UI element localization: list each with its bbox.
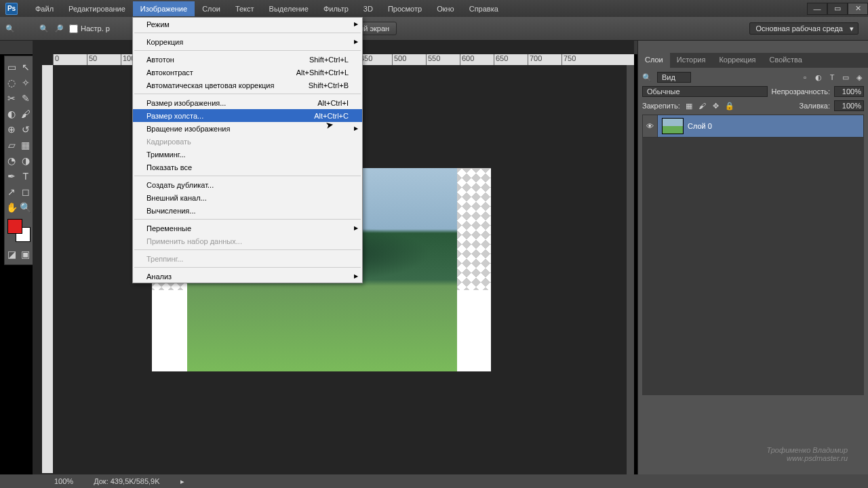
- maximize-button[interactable]: ▭: [827, 3, 848, 15]
- menu-редактирование[interactable]: Редактирование: [61, 1, 133, 16]
- resize-checkbox[interactable]: Настр. р: [69, 24, 110, 33]
- crop-tool[interactable]: ✂: [5, 90, 19, 106]
- move-tool[interactable]: ▭: [5, 59, 19, 75]
- layer-thumbnail[interactable]: [662, 118, 684, 134]
- menu-separator: [134, 94, 361, 94]
- filter-shape-icon[interactable]: ▭: [841, 73, 850, 82]
- ruler-tick: 450: [358, 54, 392, 65]
- zoom-level[interactable]: 100%: [54, 477, 73, 485]
- right-panel-group: СлоиИсторияКоррекцияСвойства 🔍 Вид ▫ ◐ T…: [637, 41, 868, 474]
- submenu-arrow-icon: ▶: [354, 39, 358, 45]
- path-tool[interactable]: ↗: [5, 184, 19, 199]
- menu-item-label: Показать все: [146, 163, 192, 171]
- opacity-input[interactable]: 100%: [834, 86, 864, 97]
- ruler-tick: 600: [460, 54, 494, 65]
- lasso-tool[interactable]: ◌: [5, 75, 19, 90]
- history-brush[interactable]: ↺: [19, 121, 33, 137]
- filter-type-icon[interactable]: T: [827, 73, 837, 82]
- panel-tab-0[interactable]: Слои: [638, 53, 670, 68]
- filter-smart-icon[interactable]: ◈: [854, 73, 864, 82]
- app-logo: Ps: [5, 3, 18, 15]
- menu-item-label: Коррекция: [146, 38, 183, 46]
- zoom-out-icon[interactable]: 🔎: [54, 24, 64, 33]
- menu-item-размеризображения[interactable]: Размер изображения...Alt+Ctrl+I: [133, 96, 362, 109]
- layer-row[interactable]: 👁 Слой 0: [642, 115, 864, 138]
- menu-item-автоконтраст[interactable]: АвтоконтрастAlt+Shift+Ctrl+L: [133, 66, 362, 79]
- status-bar: 100% Док: 439,5K/585,9K ▸: [0, 474, 868, 488]
- status-arrow-icon[interactable]: ▸: [180, 477, 184, 486]
- heal-tool[interactable]: ◐: [5, 106, 19, 121]
- eraser-tool[interactable]: ▱: [5, 137, 19, 152]
- panel-tab-2[interactable]: Коррекция: [712, 53, 762, 68]
- panel-tabs: СлоиИсторияКоррекцияСвойства: [638, 53, 868, 68]
- menu-item-создатьдубликат[interactable]: Создать дубликат...: [133, 178, 362, 191]
- opacity-label: Непрозрачность:: [772, 87, 830, 96]
- type-tool[interactable]: T: [19, 168, 33, 184]
- panel-tab-1[interactable]: История: [670, 53, 713, 68]
- blend-mode-dropdown[interactable]: Обычные: [642, 86, 768, 97]
- stamp-tool[interactable]: ⊕: [5, 121, 19, 137]
- menu-текст[interactable]: Текст: [228, 1, 262, 16]
- minimize-button[interactable]: —: [807, 3, 827, 15]
- menu-item-режим[interactable]: Режим▶: [133, 18, 362, 30]
- fill-input[interactable]: 100%: [834, 100, 864, 111]
- lock-transparent-icon[interactable]: ▦: [684, 101, 694, 110]
- menu-item-label: Кадрировать: [146, 138, 191, 146]
- resize-checkbox-input[interactable]: [69, 24, 78, 33]
- ruler-vertical: [42, 65, 53, 473]
- menu-изображение[interactable]: Изображение: [133, 1, 195, 16]
- eyedropper-tool[interactable]: ✎: [19, 90, 33, 106]
- hand-tool[interactable]: ✋: [5, 199, 19, 215]
- menu-item-коррекция[interactable]: Коррекция▶: [133, 35, 362, 48]
- close-button[interactable]: ✕: [848, 3, 868, 15]
- quickmask-tool[interactable]: ◪: [5, 246, 19, 262]
- blur-tool[interactable]: ◔: [5, 152, 19, 168]
- visibility-icon[interactable]: 👁: [643, 115, 658, 137]
- menu-item-автотон[interactable]: АвтотонShift+Ctrl+L: [133, 53, 362, 66]
- zoom-tool-icon: 🔍: [5, 24, 15, 33]
- menu-item-label: Автоматическая цветовая коррекция: [146, 81, 274, 89]
- titlebar: Ps ФайлРедактированиеИзображениеСлоиТекс…: [0, 0, 868, 17]
- workspace-dropdown[interactable]: Основная рабочая среда ▾: [749, 22, 859, 35]
- lock-paint-icon[interactable]: 🖌: [698, 101, 707, 110]
- layer-filter-type[interactable]: Вид: [657, 72, 691, 83]
- lock-move-icon[interactable]: ✥: [711, 101, 721, 110]
- menu-item-вычисления[interactable]: Вычисления...: [133, 204, 362, 217]
- wand-tool[interactable]: ✧: [19, 75, 33, 90]
- select-tool[interactable]: ↖: [19, 59, 33, 75]
- pen-tool[interactable]: ✒: [5, 168, 19, 184]
- filter-image-icon[interactable]: ▫: [800, 73, 810, 82]
- menu-item-применитьнаборданных: Применить набор данных...: [133, 235, 362, 247]
- filter-adjust-icon[interactable]: ◐: [814, 73, 823, 82]
- dodge-tool[interactable]: ◑: [19, 152, 33, 168]
- shape-tool[interactable]: ◻: [19, 184, 33, 199]
- layer-name[interactable]: Слой 0: [688, 122, 712, 130]
- foreground-color[interactable]: [7, 219, 22, 234]
- menu-слои[interactable]: Слои: [195, 1, 228, 16]
- menu-файл[interactable]: Файл: [28, 1, 61, 16]
- menu-item-тримминг[interactable]: Тримминг...: [133, 148, 362, 161]
- panel-tab-3[interactable]: Свойства: [763, 53, 809, 68]
- cursor-icon: ➤: [325, 119, 335, 131]
- lock-all-icon[interactable]: 🔒: [725, 101, 734, 110]
- menu-separator: [134, 50, 361, 51]
- color-swatches[interactable]: [7, 219, 31, 242]
- screenmode-tool[interactable]: ▣: [19, 246, 33, 262]
- zoom-tool[interactable]: 🔍: [19, 199, 33, 215]
- brush-tool[interactable]: 🖌: [19, 106, 33, 121]
- menu-окно[interactable]: Окно: [429, 1, 462, 16]
- gradient-tool[interactable]: ▦: [19, 137, 33, 152]
- menu-item-анализ[interactable]: Анализ▶: [133, 270, 362, 283]
- collapsed-panel-strip[interactable]: [626, 54, 634, 474]
- menu-item-показатьвсе[interactable]: Показать все: [133, 161, 362, 174]
- menu-выделение[interactable]: Выделение: [262, 1, 316, 16]
- menu-item-автоматическаяцветоваякоррекция[interactable]: Автоматическая цветовая коррекцияShift+C…: [133, 79, 362, 92]
- menu-item-внешнийканал[interactable]: Внешний канал...: [133, 191, 362, 204]
- menu-item-переменные[interactable]: Переменные▶: [133, 222, 362, 235]
- menu-справка[interactable]: Справка: [462, 1, 506, 16]
- menu-shortcut: Alt+Ctrl+I: [317, 99, 349, 107]
- zoom-in-icon[interactable]: 🔍: [39, 24, 49, 33]
- menu-3d[interactable]: 3D: [356, 1, 380, 16]
- menu-просмотр[interactable]: Просмотр: [380, 1, 429, 16]
- menu-фильтр[interactable]: Фильтр: [316, 1, 356, 16]
